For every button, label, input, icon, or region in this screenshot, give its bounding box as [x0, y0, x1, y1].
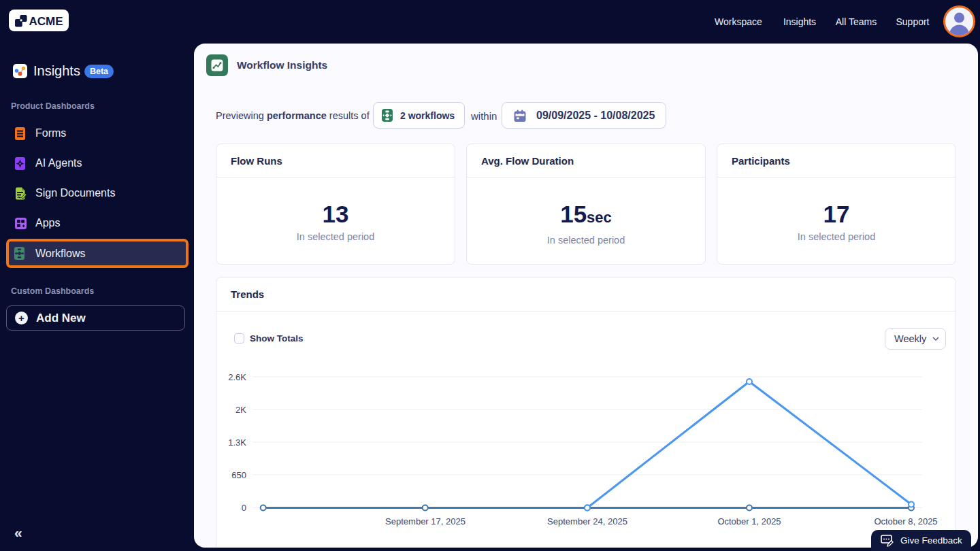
svg-text:September 24, 2025: September 24, 2025: [547, 516, 627, 527]
svg-text:2.6K: 2.6K: [228, 372, 246, 382]
svg-text:650: 650: [231, 470, 246, 480]
svg-text:2K: 2K: [235, 405, 246, 415]
svg-text:0: 0: [242, 503, 246, 513]
svg-text:October 1, 2025: October 1, 2025: [717, 516, 781, 527]
svg-text:October 8, 2025: October 8, 2025: [874, 516, 937, 527]
svg-text:1.3K: 1.3K: [228, 437, 246, 448]
svg-text:September 17, 2025: September 17, 2025: [385, 516, 466, 527]
